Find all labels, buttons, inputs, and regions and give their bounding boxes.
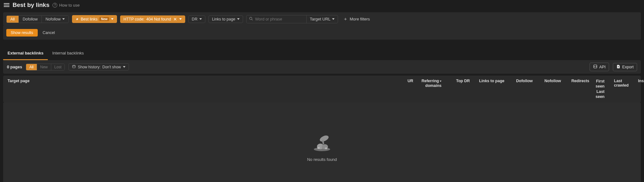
svg-point-11	[317, 147, 320, 149]
menu-icon[interactable]	[4, 2, 9, 8]
chevron-down-icon	[179, 18, 182, 20]
chevron-down-icon	[111, 18, 114, 20]
how-to-use-link[interactable]: ? How to use	[53, 3, 80, 8]
follow-dofollow[interactable]: Dofollow	[19, 16, 42, 23]
sort-icon	[440, 81, 441, 82]
httpcode-prefix: HTTP code:	[124, 17, 144, 21]
chevron-down-icon	[237, 18, 240, 20]
empty-illustration	[311, 134, 333, 151]
new-badge: New	[99, 17, 109, 21]
link-icon: ⚭	[74, 16, 80, 22]
calendar-icon	[72, 65, 76, 69]
dr-filter[interactable]: DR	[188, 15, 205, 23]
col-referring-domains[interactable]: Referring domains	[419, 79, 441, 88]
how-to-use-label: How to use	[59, 3, 80, 8]
dr-label: DR	[192, 17, 197, 21]
chevron-down-icon	[62, 18, 65, 20]
col-dofollow[interactable]: Dofollow	[511, 79, 533, 83]
follow-filter: All Dofollow Nofollow	[6, 15, 69, 23]
svg-line-1	[252, 19, 253, 20]
page-count: 0 pages	[7, 65, 22, 69]
more-filters-button[interactable]: ＋ More filters	[341, 15, 372, 23]
status-lost[interactable]: Lost	[51, 64, 65, 70]
status-new[interactable]: New	[37, 64, 51, 70]
tab-internal[interactable]: Internal backlinks	[48, 48, 88, 60]
api-label: API	[599, 65, 606, 69]
code-icon	[593, 64, 597, 70]
export-label: Export	[622, 65, 634, 69]
chevron-down-icon	[332, 18, 335, 20]
search-input[interactable]	[255, 15, 304, 23]
svg-point-0	[250, 17, 252, 20]
target-url-label: Target URL	[310, 17, 330, 21]
httpcode-filter[interactable]: HTTP code: 404 Not found ✕	[120, 15, 185, 23]
close-icon[interactable]: ✕	[173, 17, 177, 21]
follow-nofollow-label: Nofollow	[46, 17, 61, 21]
col-redirects[interactable]: Redirects	[567, 79, 589, 83]
chevron-down-icon	[199, 18, 202, 20]
page-title: Best by links	[13, 2, 49, 9]
status-all[interactable]: All	[26, 64, 37, 70]
col-last-crawled[interactable]: Last crawled	[614, 79, 629, 88]
cancel-button[interactable]: Cancel	[43, 31, 55, 35]
col-top-dr[interactable]: Top DR	[448, 79, 470, 83]
target-url-select[interactable]: Target URL	[306, 15, 338, 23]
download-icon	[616, 65, 620, 70]
col-ur[interactable]: UR	[404, 79, 413, 83]
col-links-to-page[interactable]: Links to page	[476, 79, 504, 83]
col-inspect[interactable]: Inspect	[638, 79, 644, 83]
more-filters-label: More filters	[350, 17, 370, 21]
httpcode-value: 404 Not found	[146, 17, 171, 21]
svg-point-9	[319, 134, 330, 143]
empty-message: No results found	[307, 157, 337, 162]
bestlinks-filter[interactable]: ⚭ Best links New	[72, 15, 117, 23]
svg-rect-2	[73, 65, 75, 68]
empty-state: No results found	[3, 102, 641, 182]
status-filter: All New Lost	[26, 64, 65, 71]
tab-external[interactable]: External backlinks	[3, 48, 48, 60]
chevron-down-icon	[123, 66, 125, 68]
links-to-page-filter[interactable]: Links to page	[208, 15, 243, 23]
plus-icon: ＋	[343, 16, 348, 22]
show-history-select[interactable]: Show history: Don't show	[69, 63, 129, 71]
col-target-page[interactable]: Target page	[8, 79, 397, 83]
table-header: Target page UR Referring domains Top DR …	[3, 76, 641, 102]
api-button[interactable]: API	[590, 63, 609, 71]
col-nofollow[interactable]: Nofollow	[539, 79, 561, 83]
search-combo: Target URL	[246, 15, 338, 23]
links-to-page-label: Links to page	[212, 17, 235, 21]
svg-point-12	[325, 147, 327, 149]
export-button[interactable]: Export	[613, 63, 637, 71]
follow-nofollow[interactable]: Nofollow	[42, 16, 69, 23]
bestlinks-label: Best links	[81, 17, 98, 21]
search-icon	[249, 17, 253, 22]
help-icon: ?	[53, 3, 57, 8]
history-prefix: Show history:	[78, 65, 100, 69]
show-results-button[interactable]: Show results	[6, 29, 38, 37]
history-value: Don't show	[103, 65, 121, 69]
backlink-tabs: External backlinks Internal backlinks	[3, 48, 641, 60]
follow-all[interactable]: All	[7, 16, 19, 23]
col-seen[interactable]: First seen Last seen	[596, 79, 605, 99]
